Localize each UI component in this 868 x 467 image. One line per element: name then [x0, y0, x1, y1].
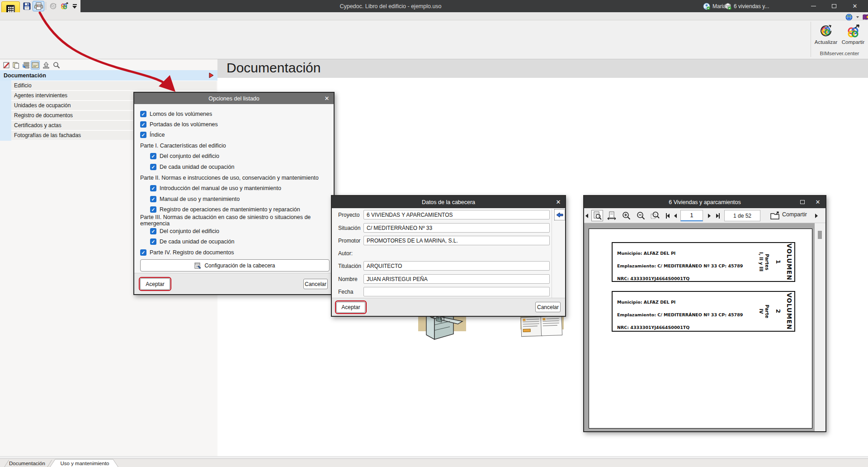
export-button[interactable]: [42, 61, 51, 70]
opciones-close-button[interactable]: ✕: [320, 93, 334, 104]
title-bar: Cypedoc. Libro del edificio - ejemplo.us…: [0, 0, 868, 12]
help-area: [845, 14, 868, 21]
maximize-icon: [800, 200, 805, 204]
toolbar-separator: [46, 2, 46, 10]
scrollbar-thumb[interactable]: [818, 231, 822, 239]
restore-default-button[interactable]: [554, 209, 565, 220]
promotor-input[interactable]: [363, 236, 550, 245]
nombre-input[interactable]: [363, 274, 550, 284]
zoom-window-button[interactable]: [649, 210, 661, 221]
sidebar-item-edificio[interactable]: Edificio: [11, 81, 217, 90]
preview-scrollbar[interactable]: [815, 223, 826, 431]
share-bim-button[interactable]: [59, 1, 70, 11]
next-page-button[interactable]: [706, 210, 712, 221]
tab-documentacion[interactable]: Documentación: [9, 459, 45, 467]
option-manual-uso[interactable]: Manual de uso y mantenimiento: [150, 195, 240, 204]
option-parte-iv[interactable]: Parte IV. Registro de documentos: [140, 248, 234, 257]
checkbox-checked-icon[interactable]: [140, 121, 146, 128]
actualizar-button[interactable]: Actualizar: [812, 24, 840, 45]
copy-element-button[interactable]: [11, 61, 20, 70]
option-unidad-ocupacion-1[interactable]: De cada unidad de ocupación: [150, 162, 234, 172]
checkbox-checked-icon[interactable]: [150, 206, 156, 213]
print-list-button[interactable]: [21, 61, 30, 70]
list-options-button[interactable]: [31, 61, 40, 70]
fit-width-button[interactable]: [606, 210, 618, 221]
preview-compartir-button[interactable]: [769, 210, 781, 221]
opciones-aceptar-button[interactable]: Aceptar: [140, 278, 170, 290]
page-number-input[interactable]: [680, 210, 703, 221]
close-button[interactable]: ✕: [844, 0, 865, 12]
checkbox-checked-icon[interactable]: [140, 132, 146, 138]
situacion-input[interactable]: [363, 223, 550, 233]
zoom-in-button[interactable]: [620, 210, 632, 221]
opciones-dialog-titlebar[interactable]: Opciones del listado ✕: [134, 93, 334, 104]
globe-dropdown-icon[interactable]: [856, 16, 859, 18]
sidebar-item-documentacion[interactable]: Documentación: [0, 70, 217, 81]
option-conjunto-edificio-1[interactable]: Del conjunto del edificio: [150, 152, 219, 161]
window-title: Cypedoc. Libro del edificio - ejemplo.us…: [80, 0, 701, 12]
datos-cancelar-button[interactable]: Cancelar: [535, 302, 561, 312]
chevron-right-icon: [815, 214, 818, 218]
help-book-icon[interactable]: [863, 14, 868, 20]
user-chip[interactable]: Maria: [703, 0, 726, 12]
preview-maximize-button[interactable]: [795, 196, 810, 208]
opciones-cancelar-button[interactable]: Cancelar: [303, 279, 328, 289]
edit-element-button[interactable]: [2, 61, 11, 70]
fecha-label: Fecha: [338, 287, 353, 297]
web-globe-icon[interactable]: [845, 14, 853, 21]
checkbox-checked-icon[interactable]: [140, 249, 146, 256]
maximize-button[interactable]: [824, 0, 844, 12]
option-label: De cada unidad de ocupación: [160, 164, 234, 170]
configuracion-cabecera-button[interactable]: Configuración de la cabecera: [140, 259, 330, 272]
volume2-volumen: VOLUMEN: [786, 292, 793, 331]
actualizar-label: Actualizar: [815, 39, 838, 45]
update-bim-button[interactable]: [48, 1, 58, 11]
checkbox-checked-icon[interactable]: [150, 228, 156, 234]
datos-close-button[interactable]: ✕: [552, 196, 565, 208]
tab-uso-mantenimiento[interactable]: Uso y mantenimiento: [57, 459, 113, 467]
toolbar-scroll-right-button[interactable]: [814, 210, 819, 221]
checkbox-checked-icon[interactable]: [150, 153, 156, 159]
last-page-button[interactable]: [714, 210, 722, 221]
toolbar-more-button[interactable]: [70, 1, 79, 11]
checkbox-checked-icon[interactable]: [150, 185, 156, 191]
save-button[interactable]: [22, 1, 32, 11]
preview-close-button[interactable]: ✕: [810, 196, 826, 208]
option-lomos[interactable]: Lomos de los volúmenes: [140, 110, 212, 119]
preview-mode-button[interactable]: [591, 210, 603, 221]
option-indice[interactable]: Índice: [140, 130, 165, 139]
minimize-button[interactable]: [803, 0, 824, 12]
prev-page-button[interactable]: [672, 210, 679, 221]
zoom-out-button[interactable]: [635, 210, 646, 221]
option-portadas[interactable]: Portadas de los volúmenes: [140, 120, 218, 129]
checkbox-checked-icon[interactable]: [150, 196, 156, 202]
fecha-input[interactable]: [363, 287, 550, 296]
checkbox-checked-icon[interactable]: [150, 164, 156, 170]
checkbox-checked-icon[interactable]: [140, 111, 146, 117]
search-button[interactable]: [52, 61, 61, 70]
preview-titlebar[interactable]: 6 Viviendas y aparcamientos: [584, 196, 826, 208]
option-label: Introducción del manual de uso y manteni…: [160, 185, 281, 191]
datos-dialog-titlebar[interactable]: Datos de la cabecera ✕: [332, 196, 565, 208]
tab-slant-left: [4, 460, 9, 467]
toolbar-scroll-left-button[interactable]: [584, 210, 590, 221]
option-introduccion-manual[interactable]: Introducción del manual de uso y manteni…: [150, 184, 281, 193]
preview-compartir-label[interactable]: Compartir: [782, 211, 807, 218]
first-page-button[interactable]: [664, 210, 672, 221]
compartir-button[interactable]: Compartir: [840, 24, 867, 45]
titulacion-input[interactable]: [363, 261, 550, 271]
print-button[interactable]: [33, 1, 44, 11]
proyecto-input[interactable]: [363, 210, 550, 219]
project-chip[interactable]: 6 viviendas y...: [724, 0, 769, 12]
option-unidad-ocupacion-2[interactable]: De cada unidad de ocupación: [150, 237, 234, 246]
datos-cabecera-dialog: Datos de la cabecera ✕ Proyecto Situació…: [331, 195, 566, 317]
option-conjunto-edificio-2[interactable]: Del conjunto del edificio: [150, 227, 219, 236]
datos-aceptar-button[interactable]: Aceptar: [336, 302, 365, 313]
preview-page-icon: [593, 211, 602, 220]
option-registro-operaciones[interactable]: Registro de operaciones de mantenimiento…: [150, 205, 300, 214]
datos-dialog-title: Datos de la cabecera: [422, 199, 475, 205]
checkbox-checked-icon[interactable]: [150, 238, 156, 245]
preview-page: Municipio: ALFAZ DEL PI Emplazamiento: C…: [589, 229, 812, 429]
bimserver-group-label: BIMserver.center: [812, 51, 867, 56]
blue-back-arrow-icon: [556, 212, 563, 218]
